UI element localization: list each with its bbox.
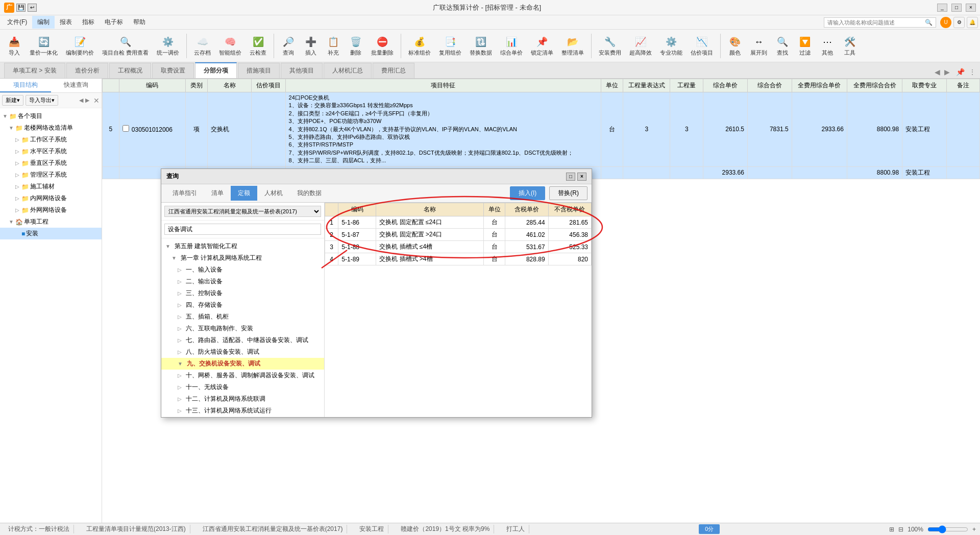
dialog-tab-guide[interactable]: 清单指引 — [165, 186, 204, 201]
tree-item-old-network[interactable]: ▼ 📁 老楼网络改造清单 — [0, 122, 102, 134]
dialog-tree-s4[interactable]: ▷ 四、存储设备 — [161, 299, 324, 311]
dialog-tree-s13[interactable]: ▷ 十三、计算机及网络系统试运行 — [161, 405, 324, 417]
dialog-tree-s10[interactable]: ▷ 十、网桥、服务器、调制解调器设备安装、调试 — [161, 370, 324, 381]
toolbar-estimate[interactable]: 📉 估价项目 — [688, 34, 716, 58]
tree-item-horizontal[interactable]: ▷ 📁 水平区子系统 — [0, 145, 102, 157]
dialog-tree-s12[interactable]: ▷ 十二、计算机及网络系统联调 — [161, 393, 324, 405]
toolbar-unify[interactable]: 🔄 量价一体化 — [27, 34, 61, 58]
toolbar-exceed[interactable]: 📈 超高降效 — [626, 34, 655, 58]
dialog-tree-s6[interactable]: ▷ 六、互联电路制作、安装 — [161, 323, 324, 334]
toolbar-delete[interactable]: 🗑️ 删除 — [346, 34, 366, 58]
dialog-minimize-btn[interactable]: □ — [566, 173, 575, 181]
tab-sub-project[interactable]: 单项工程 > 安装 — [4, 63, 65, 78]
dialog-search-input[interactable] — [164, 224, 321, 235]
menu-electronic[interactable]: 电子标 — [100, 16, 128, 29]
toolbar-query[interactable]: 🔎 查询 — [278, 34, 299, 58]
settings-icon[interactable]: ⚙ — [953, 17, 965, 28]
status-plus-icon[interactable]: + — [972, 526, 976, 533]
table-row[interactable]: 4 5-1-89 交换机 插槽式 >4槽 台 828.89 820 — [325, 253, 592, 265]
dialog-tree-ch1[interactable]: ▼ 第一章 计算机及网络系统工程 — [161, 252, 324, 264]
tree-item-vertical[interactable]: ▷ 📁 垂直区子系统 — [0, 157, 102, 169]
toolbar-check[interactable]: 🔍 项目自检 费用查看 — [99, 34, 152, 58]
query-dialog[interactable]: 查询 □ × 清单指引 清单 定额 人材机 我的数据 插入(I) 替换(R) — [161, 168, 592, 418]
tree-item-all-projects[interactable]: ▼ 📁 各个项目 — [0, 110, 102, 122]
tree-item-external-network[interactable]: ▷ 📁 外网网络设备 — [0, 204, 102, 216]
sidebar-tab-quick-query[interactable]: 快速查询 — [51, 79, 102, 92]
toolbar-adjust[interactable]: ⚙️ 统一调价 — [154, 34, 182, 58]
tab-nav-left-arrow[interactable]: ◀ — [935, 68, 940, 76]
tab-labor-material[interactable]: 人材机汇总 — [324, 63, 372, 78]
tab-cost-analysis[interactable]: 造价分析 — [66, 63, 108, 78]
toolbar-smart-org[interactable]: 🧠 智能组价 — [216, 34, 244, 58]
toolbar-supplement[interactable]: 📋 补充 — [323, 34, 344, 58]
user-avatar[interactable]: U — [940, 17, 951, 28]
close-btn[interactable]: × — [966, 4, 976, 12]
toolbar-composite[interactable]: 📊 综合单价 — [497, 34, 526, 58]
new-button[interactable]: 新建▾ — [2, 95, 23, 106]
search-box[interactable]: 🔍 — [824, 17, 936, 28]
dialog-replace-btn[interactable]: 替换(R) — [549, 186, 587, 200]
table-row[interactable]: 2 5-1-87 交换机 固定配置 >24口 台 461.02 456.38 — [325, 229, 592, 241]
quota-select[interactable]: 江西省通用安装工程消耗量定额及统一基价表(2017) — [164, 206, 321, 217]
tab-more-icon[interactable]: ⋮ — [969, 68, 976, 76]
dialog-tree-s14[interactable]: ▷ 十四、网络系统软件 — [161, 417, 324, 417]
row-checkbox[interactable] — [122, 125, 129, 132]
tree-item-internal-network[interactable]: ▷ 📁 内网网络设备 — [0, 192, 102, 204]
dialog-tree-s3[interactable]: ▷ 三、控制设备 — [161, 287, 324, 299]
tab-fee-summary[interactable]: 费用汇总 — [373, 63, 414, 78]
toolbar-install-fee[interactable]: 🔧 安装费用 — [596, 34, 624, 58]
dialog-tree-s8[interactable]: ▷ 八、防火墙设备安装、调试 — [161, 346, 324, 358]
sidebar-tab-project-structure[interactable]: 项目结构 — [0, 79, 51, 92]
menu-report[interactable]: 报表 — [55, 16, 77, 29]
maximize-btn[interactable]: □ — [951, 4, 962, 12]
dialog-insert-btn[interactable]: 插入(I) — [510, 186, 545, 200]
score-button[interactable]: 0分 — [699, 524, 720, 534]
sidebar-nav-right[interactable]: ▶ — [85, 97, 89, 104]
sidebar-nav-left[interactable]: ◀ — [79, 97, 83, 104]
tree-item-auxiliary[interactable]: ▷ 📁 施工辅材 — [0, 181, 102, 192]
dialog-tree-s1[interactable]: ▷ 一、输入设备 — [161, 264, 324, 276]
toolbar-organize[interactable]: 📂 整理清单 — [558, 34, 587, 58]
status-grid-icon[interactable]: ⊟ — [898, 526, 903, 533]
dialog-tree-s7[interactable]: ▷ 七、路由器、适配器、中继器设备安装、调试 — [161, 334, 324, 346]
tab-other-items[interactable]: 其他项目 — [281, 63, 323, 78]
toolbar-unit-price[interactable]: 💰 标准组价 — [405, 34, 434, 58]
dialog-tab-quota[interactable]: 定额 — [231, 186, 257, 201]
toolbar-cloud-check[interactable]: ✅ 云检查 — [247, 34, 270, 58]
toolbar-color[interactable]: 🎨 颜色 — [725, 34, 745, 58]
dialog-tree-s2[interactable]: ▷ 二、输出设备 — [161, 276, 324, 287]
menu-file[interactable]: 文件(F) — [2, 16, 32, 29]
menu-edit[interactable]: 编制 — [32, 16, 55, 29]
dialog-tab-list[interactable]: 清单 — [204, 186, 231, 201]
tab-section-items[interactable]: 分部分项 — [195, 62, 237, 78]
status-layout-icon[interactable]: ⊞ — [889, 526, 894, 533]
toolbar-other[interactable]: ⋯ 其他 — [817, 34, 838, 58]
toolbar-import[interactable]: 📥 导入 — [4, 34, 24, 58]
toolbar-insert[interactable]: ➕ 插入 — [301, 34, 321, 58]
toolbar-copy-org[interactable]: 📑 复用组价 — [436, 34, 464, 58]
toolbar-tools[interactable]: 🛠️ 工具 — [840, 34, 860, 58]
toolbar-pro-func[interactable]: ⚙️ 专业功能 — [657, 34, 685, 58]
window-controls[interactable]: _ □ × — [937, 4, 976, 12]
toolbar-replace-data[interactable]: 🔃 替换数据 — [467, 34, 495, 58]
dialog-tree-s5[interactable]: ▷ 五、插箱、机柜 — [161, 311, 324, 323]
tree-item-management[interactable]: ▷ 📁 管理区子系统 — [0, 169, 102, 181]
dialog-tree-s11[interactable]: ▷ 十一、无线设备 — [161, 381, 324, 393]
menu-help[interactable]: 帮助 — [128, 16, 151, 29]
dialog-tree-s9[interactable]: ▼ 九、交换机设备安装、调试 — [161, 358, 324, 370]
table-row[interactable]: 5 030501012006 项 交换机 24口POE交换机 1、设备：交换容量… — [103, 92, 980, 167]
quick-access-undo[interactable]: ↩ — [28, 4, 37, 12]
dialog-tab-labor[interactable]: 人材机 — [257, 186, 290, 201]
tree-item-install[interactable]: ■ 安装 — [0, 228, 102, 239]
table-row[interactable]: 1 5-1-86 交换机 固定配置 ≤24口 台 285.44 281.65 — [325, 216, 592, 229]
tab-extra-items[interactable]: 措施项目 — [238, 63, 280, 78]
zoom-slider[interactable] — [927, 525, 968, 533]
dialog-close-btn[interactable]: × — [577, 173, 586, 181]
sidebar-close-icon[interactable]: ✕ — [93, 96, 100, 105]
quick-access-save[interactable]: 💾 — [16, 4, 26, 12]
tree-item-single-project[interactable]: ▼ 🏠 单项工程 — [0, 216, 102, 228]
notification-icon[interactable]: 🔔 — [967, 17, 978, 28]
toolbar-cloud-store[interactable]: ☁️ 云存档 — [191, 34, 214, 58]
menu-indicator[interactable]: 指标 — [77, 16, 100, 29]
toolbar-confirm-list[interactable]: 📌 锁定清单 — [528, 34, 556, 58]
